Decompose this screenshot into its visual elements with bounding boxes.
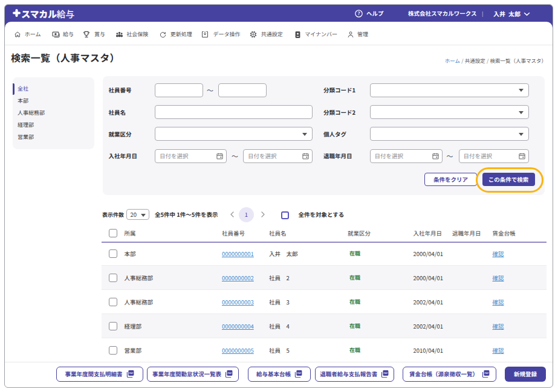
svg-text:?: ?	[357, 10, 360, 16]
svg-text:PDF: PDF	[129, 371, 133, 374]
svg-text:PDF: PDF	[384, 371, 388, 374]
svg-text:PDF: PDF	[484, 371, 488, 374]
svg-text:PDF: PDF	[227, 371, 232, 374]
svg-text:PDF: PDF	[297, 371, 301, 374]
